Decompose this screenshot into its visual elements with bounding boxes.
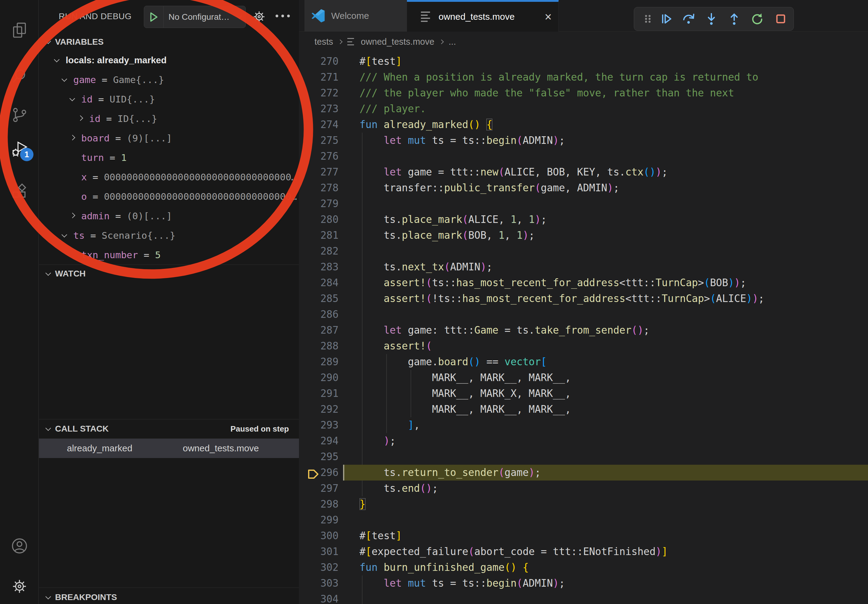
chevron-right-icon (338, 39, 343, 44)
line-number[interactable]: 297 (299, 480, 338, 496)
line-number[interactable]: 285 (299, 291, 338, 307)
call-stack-section-header[interactable]: CALL STACK Paused on step (39, 420, 299, 437)
run-and-debug-icon[interactable] (0, 133, 39, 165)
variable-row[interactable]: id = ID{...} (39, 109, 299, 129)
restart-icon[interactable] (749, 11, 765, 27)
vscode-logo-icon (311, 9, 325, 23)
chevron-down-icon[interactable] (45, 425, 51, 431)
line-number[interactable]: 277 (299, 164, 338, 180)
variable-row[interactable]: turn = 1 (39, 148, 299, 167)
search-icon[interactable] (0, 60, 39, 92)
line-number[interactable]: 287 (299, 322, 338, 338)
line-number[interactable]: 292 (299, 401, 338, 417)
line-number[interactable]: 290 (299, 370, 338, 386)
step-out-icon[interactable] (726, 11, 742, 27)
tab-label[interactable]: Welcome (331, 11, 369, 21)
chevron-down-icon[interactable] (236, 13, 242, 19)
step-over-icon[interactable] (680, 11, 696, 27)
breadcrumb-more[interactable]: ... (449, 37, 456, 47)
call-stack-frame[interactable]: already_marked owned_tests.move (39, 438, 299, 458)
variable-value: (0)[...] (127, 211, 172, 221)
chevron-down-icon[interactable] (62, 76, 67, 82)
config-dropdown-label[interactable]: No Configurat… (164, 12, 237, 22)
variables-section-header[interactable]: VARIABLES (39, 34, 299, 51)
variable-row[interactable]: o = 000000000000000000000000000000000… (39, 187, 299, 206)
variable-row[interactable]: txn_number = 5 (39, 245, 299, 265)
watch-section-header[interactable]: WATCH (39, 265, 299, 282)
line-number[interactable]: 293 (299, 417, 338, 433)
chevron-down-icon[interactable] (62, 232, 67, 237)
chevron-down-icon[interactable] (69, 96, 75, 101)
chevron-right-icon[interactable] (78, 115, 83, 121)
explorer-icon[interactable] (0, 14, 39, 46)
scope-row[interactable]: locals: already_marked (39, 51, 299, 70)
chevron-right-icon[interactable] (70, 135, 75, 140)
line-number[interactable]: 299 (299, 512, 338, 528)
line-number[interactable]: 301 (299, 544, 338, 560)
line-number[interactable]: 276 (299, 149, 338, 164)
stop-icon[interactable] (773, 11, 789, 27)
breakpoints-section-header[interactable]: BREAKPOINTS (39, 589, 299, 604)
more-actions-icon[interactable] (276, 15, 290, 17)
line-number[interactable]: 303 (299, 575, 338, 591)
variable-name: id (89, 113, 100, 124)
variable-name: id (81, 94, 93, 105)
continue-icon[interactable] (658, 11, 674, 27)
chevron-down-icon[interactable] (45, 38, 51, 44)
line-number[interactable]: 275 (299, 133, 338, 149)
chevron-down-icon[interactable] (45, 270, 51, 276)
line-number[interactable]: 294 (299, 433, 338, 449)
source-control-icon[interactable] (0, 99, 39, 131)
settings-gear-icon[interactable] (0, 570, 39, 602)
line-number[interactable]: 304 (299, 591, 338, 604)
toolbar-drag-handle-icon[interactable] (640, 11, 656, 27)
variable-row[interactable]: ts = Scenario{...} (39, 226, 299, 245)
line-number[interactable]: 295 (299, 449, 338, 465)
breadcrumb-file[interactable]: owned_tests.move (361, 37, 434, 47)
code-line: 275 let mut ts = ts::begin(ADMIN); (299, 133, 868, 149)
variable-name: admin (81, 211, 110, 221)
variable-row[interactable]: id = UID{...} (39, 90, 299, 109)
line-number[interactable]: 282 (299, 243, 338, 259)
line-number[interactable]: 274 (299, 117, 338, 133)
line-number[interactable]: 279 (299, 196, 338, 212)
chevron-down-icon[interactable] (54, 57, 59, 62)
line-number[interactable]: 271 (299, 69, 338, 85)
close-icon[interactable]: × (545, 11, 552, 23)
tab-label[interactable]: owned_tests.move (439, 12, 515, 22)
line-number[interactable]: 270 (299, 54, 338, 69)
line-number[interactable]: 283 (299, 259, 338, 275)
debug-settings-gear-icon[interactable] (252, 9, 267, 24)
variable-row[interactable]: board = (9)[...] (39, 129, 299, 148)
chevron-down-icon[interactable] (45, 594, 51, 599)
line-number[interactable]: 302 (299, 560, 338, 575)
tab-welcome[interactable]: Welcome (304, 0, 407, 32)
line-number[interactable]: 291 (299, 386, 338, 401)
line-number[interactable]: 280 (299, 212, 338, 228)
variable-row[interactable]: game = Game{...} (39, 70, 299, 90)
line-number[interactable]: 300 (299, 528, 338, 544)
line-number[interactable]: 278 (299, 180, 338, 196)
variable-row[interactable]: x = 000000000000000000000000000000000… (39, 167, 299, 187)
account-icon[interactable] (0, 530, 39, 562)
extensions-icon[interactable] (0, 176, 39, 208)
editor-group: Welcome owned_tests.move × (299, 0, 868, 604)
variable-name: ts (73, 230, 85, 241)
code-area[interactable]: 270#[test]271/// When a position is alre… (299, 54, 868, 604)
step-into-icon[interactable] (704, 11, 719, 27)
line-number[interactable]: 281 (299, 228, 338, 243)
line-number[interactable]: 288 (299, 338, 338, 354)
line-number[interactable]: 289 (299, 354, 338, 370)
line-number[interactable]: 284 (299, 275, 338, 291)
chevron-right-icon[interactable] (70, 212, 75, 218)
line-number[interactable]: 272 (299, 85, 338, 101)
breadcrumb-folder[interactable]: tests (315, 37, 333, 47)
line-number[interactable]: 286 (299, 307, 338, 322)
launch-config-dropdown[interactable]: No Configurat… (144, 6, 246, 28)
start-debug-icon[interactable] (144, 6, 164, 28)
line-number[interactable]: 298 (299, 496, 338, 512)
line-number[interactable]: 273 (299, 101, 338, 117)
variable-name: turn (81, 152, 104, 163)
variable-row[interactable]: admin = (0)[...] (39, 206, 299, 226)
tab-owned-tests[interactable]: owned_tests.move × (407, 0, 559, 32)
